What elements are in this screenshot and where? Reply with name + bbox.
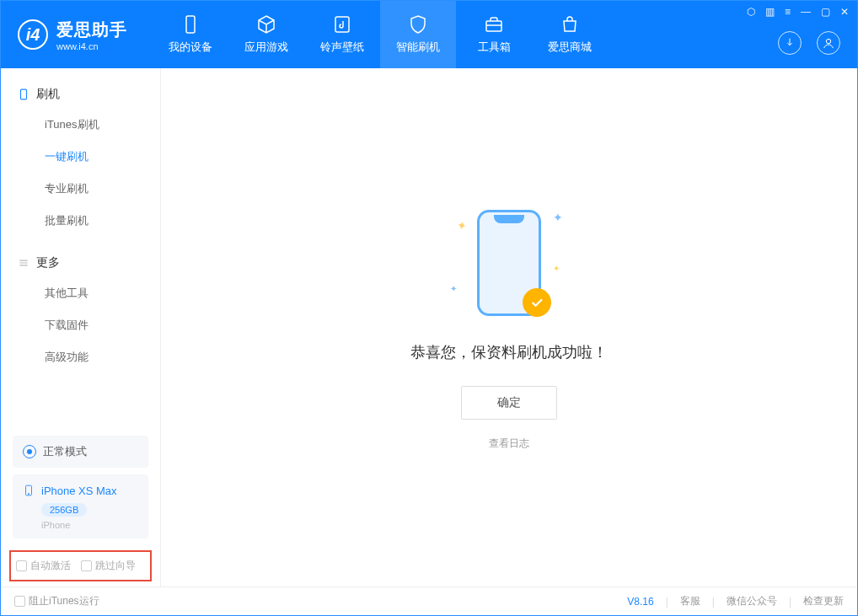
tab-label: 智能刷机 <box>396 40 440 55</box>
shirt-icon[interactable]: ⬡ <box>747 6 755 18</box>
checkbox-label: 自动激活 <box>30 559 71 573</box>
wechat-link[interactable]: 微信公众号 <box>727 594 777 608</box>
highlighted-options: 自动激活 跳过向导 <box>9 550 152 581</box>
storage-badge: 256GB <box>41 503 87 517</box>
block-itunes-checkbox[interactable]: 阻止iTunes运行 <box>14 594 99 608</box>
sidebar-item-pro-flash[interactable]: 专业刷机 <box>1 173 160 205</box>
section-title: 更多 <box>36 255 60 271</box>
sparkle-icon: ✦ <box>553 264 560 273</box>
view-log-link[interactable]: 查看日志 <box>489 437 529 451</box>
svg-rect-0 <box>186 16 195 33</box>
tab-toolbox[interactable]: 工具箱 <box>456 1 532 68</box>
cube-icon <box>256 14 276 35</box>
section-title: 刷机 <box>36 87 60 102</box>
success-illustration: ✦ ✦ ✦ ✦ <box>442 204 576 322</box>
menu-icon[interactable]: ≡ <box>785 6 791 18</box>
customer-service-link[interactable]: 客服 <box>680 594 700 608</box>
phone-outline-icon <box>23 483 35 498</box>
sparkle-icon: ✦ <box>450 284 457 293</box>
download-button[interactable] <box>778 31 802 55</box>
check-update-link[interactable]: 检查更新 <box>803 594 844 608</box>
logo: i4 爱思助手 www.i4.cn <box>1 19 144 51</box>
menu-lines-icon <box>18 257 29 269</box>
sidebar: 刷机 iTunes刷机 一键刷机 专业刷机 批量刷机 更多 其他工具 下载固件 … <box>1 68 161 587</box>
checkbox-icon <box>81 560 92 571</box>
tab-label: 铃声壁纸 <box>320 40 364 55</box>
sidebar-item-advanced[interactable]: 高级功能 <box>1 341 160 373</box>
mode-label: 正常模式 <box>43 444 87 459</box>
device-mode-card[interactable]: 正常模式 <box>13 436 148 468</box>
phone-icon <box>180 14 201 35</box>
device-card[interactable]: iPhone XS Max 256GB iPhone <box>13 474 148 538</box>
skip-guide-checkbox[interactable]: 跳过向导 <box>81 559 136 573</box>
tab-apps[interactable]: 应用游戏 <box>228 1 304 68</box>
auto-activate-checkbox[interactable]: 自动激活 <box>16 559 71 573</box>
user-button[interactable] <box>817 31 840 55</box>
main-content: ✦ ✦ ✦ ✦ 恭喜您，保资料刷机成功啦！ 确定 查看日志 <box>161 68 857 587</box>
device-name: iPhone XS Max <box>41 485 117 497</box>
bag-icon <box>560 14 580 35</box>
tab-ringtones[interactable]: 铃声壁纸 <box>304 1 380 68</box>
checkbox-label: 跳过向导 <box>95 559 136 573</box>
version-label: V8.16 <box>627 596 653 608</box>
maximize-button[interactable]: ▢ <box>821 6 830 18</box>
tab-label: 工具箱 <box>478 40 511 55</box>
tab-label: 爱思商城 <box>548 40 592 55</box>
header-actions <box>778 31 840 55</box>
footer: 阻止iTunes运行 V8.16 | 客服 | 微信公众号 | 检查更新 <box>1 587 857 615</box>
tab-label: 我的设备 <box>169 40 212 55</box>
success-message: 恭喜您，保资料刷机成功啦！ <box>410 342 608 362</box>
sidebar-item-itunes-flash[interactable]: iTunes刷机 <box>1 109 160 141</box>
svg-rect-2 <box>486 21 501 31</box>
svg-point-3 <box>826 39 830 43</box>
sidebar-item-oneclick-flash[interactable]: 一键刷机 <box>1 141 160 173</box>
header-tabs: 我的设备 应用游戏 铃声壁纸 智能刷机 工具箱 爱思商城 <box>153 1 608 68</box>
device-icon <box>18 88 29 100</box>
tab-my-device[interactable]: 我的设备 <box>153 1 228 68</box>
ok-button[interactable]: 确定 <box>461 386 557 420</box>
toolbox-icon <box>484 14 504 35</box>
sidebar-item-batch-flash[interactable]: 批量刷机 <box>1 205 160 237</box>
app-title: 爱思助手 <box>56 19 127 41</box>
music-icon <box>332 14 352 35</box>
svg-rect-1 <box>335 17 349 32</box>
svg-point-6 <box>28 494 29 495</box>
separator: | <box>712 596 715 608</box>
separator: | <box>789 596 791 608</box>
tab-label: 应用游戏 <box>244 40 288 55</box>
checkbox-label: 阻止iTunes运行 <box>29 594 99 608</box>
list-icon[interactable]: ▥ <box>765 6 775 18</box>
success-check-icon <box>523 288 551 317</box>
sparkle-icon: ✦ <box>455 218 469 234</box>
minimize-button[interactable]: — <box>801 6 811 18</box>
tab-store[interactable]: 爱思商城 <box>532 1 608 68</box>
sidebar-section-flash: 刷机 <box>1 80 160 109</box>
separator: | <box>666 596 668 608</box>
checkbox-icon <box>16 560 27 571</box>
body: 刷机 iTunes刷机 一键刷机 专业刷机 批量刷机 更多 其他工具 下载固件 … <box>1 68 857 587</box>
tab-flash[interactable]: 智能刷机 <box>380 1 456 68</box>
sparkle-icon: ✦ <box>553 211 563 224</box>
window-controls: ⬡ ▥ ≡ — ▢ ✕ <box>747 6 849 18</box>
status-dot-icon <box>23 445 36 458</box>
sidebar-item-other-tools[interactable]: 其他工具 <box>1 277 160 309</box>
app-header: i4 爱思助手 www.i4.cn 我的设备 应用游戏 铃声壁纸 智能刷机 工具… <box>1 1 857 68</box>
shield-icon <box>408 14 428 35</box>
device-type: iPhone <box>41 520 138 530</box>
sidebar-item-download-firmware[interactable]: 下载固件 <box>1 309 160 341</box>
checkbox-icon <box>14 596 25 607</box>
close-button[interactable]: ✕ <box>840 6 849 18</box>
app-url: www.i4.cn <box>56 41 127 51</box>
sidebar-section-more: 更多 <box>1 249 160 277</box>
svg-rect-4 <box>21 89 27 99</box>
logo-icon: i4 <box>18 19 48 50</box>
